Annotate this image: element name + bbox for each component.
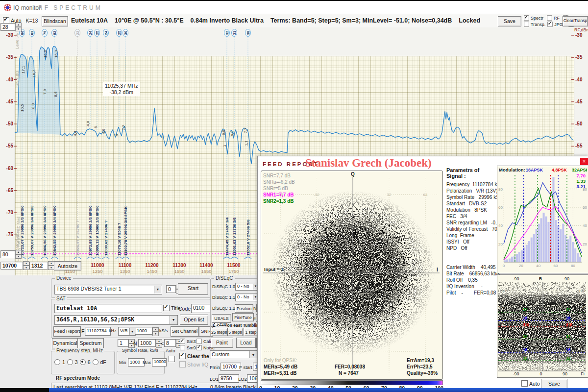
auto-sr-checkbox[interactable]: [169, 356, 175, 362]
close-icon[interactable]: ×: [580, 158, 588, 165]
n2-spinner[interactable]: 1000 ▲▼: [138, 339, 162, 347]
span-spinner[interactable]: 1312 ▲▼: [29, 261, 54, 270]
pol-dropdown-icon[interactable]: ▼: [129, 328, 135, 335]
scale-bottom-down-icon[interactable]: ▼: [15, 254, 22, 259]
usals-button[interactable]: USALS: [212, 314, 231, 323]
fmin-up-icon[interactable]: ▲: [23, 261, 29, 266]
scale-bottom-spinner[interactable]: 80 ▲▼: [0, 250, 22, 258]
steps25-button[interactable]: 25 steps: [211, 328, 227, 336]
sr-up-icon[interactable]: ▲: [152, 327, 159, 332]
load-button[interactable]: Load: [236, 338, 256, 348]
scale-top-down-icon[interactable]: ▼: [15, 27, 22, 31]
rf-checkbox[interactable]: [547, 15, 552, 20]
fmin-spinner[interactable]: 10700 ▲▼: [0, 261, 29, 270]
svg-text:7,70: 7,70: [577, 173, 586, 178]
noise-checkbox[interactable]: [196, 345, 201, 350]
sr-down-icon[interactable]: ▼: [152, 332, 159, 336]
sm3-checkbox[interactable]: [180, 339, 185, 343]
fmin-down-icon[interactable]: ▼: [23, 266, 29, 270]
start-button[interactable]: Start: [178, 283, 208, 295]
clearloop-checkbox[interactable]: [179, 353, 186, 359]
jpg-checkbox[interactable]: [547, 22, 552, 26]
params-block-1: Frequency 11102784 kHzPolarization V/R (…: [446, 181, 496, 251]
toolbar-locked: Locked: [459, 17, 480, 24]
auto-sr-label: Auto: [166, 348, 175, 353]
showiq-checkbox[interactable]: [179, 361, 186, 368]
svg-text:8,4: 8,4: [53, 91, 58, 97]
spectr-checkbox[interactable]: [524, 15, 529, 20]
diseqc10-value: 0 - No: [237, 284, 249, 289]
sm9-checkbox[interactable]: [180, 345, 185, 350]
svg-text:1,1: 1,1: [244, 140, 248, 146]
n1-spinner[interactable]: 1 ▲▼: [118, 339, 135, 347]
max-field[interactable]: 10000: [152, 358, 167, 367]
phase-chart-canvas: 1001008080606040402020323216164 84 83232…: [497, 275, 587, 376]
transp-checkbox[interactable]: [524, 22, 529, 26]
n2-value[interactable]: 1000: [138, 339, 156, 347]
fmin-value[interactable]: 10700: [0, 262, 23, 270]
transponder-label: 11552,8 V 27496 5/6: [246, 220, 250, 256]
diseqc10-select[interactable]: 0 - No ▼: [235, 283, 259, 291]
min-field[interactable]: 1000: [128, 358, 145, 367]
steps5-button[interactable]: 5 steps: [227, 328, 243, 336]
svg-text:-65: -65: [6, 188, 14, 193]
scale-top-spinner[interactable]: 28 ▲▼: [0, 23, 22, 31]
lo1-field[interactable]: 9750: [219, 374, 239, 383]
stepdf-radio[interactable]: [93, 359, 98, 365]
fer-value: FER=0,08038: [335, 364, 365, 369]
signal-param-line: ISSYI Off: [446, 239, 496, 245]
stepdf-label: dF: [100, 359, 106, 365]
tuner-select[interactable]: TBS 6908 DVBS/S2 Tuner 1 ▼: [54, 285, 162, 294]
feed-freq-field[interactable]: 11102784: [85, 327, 111, 336]
channel-select[interactable]: 3645,R,16130,56,S2;8PSK ▼: [54, 315, 178, 325]
lo1-label: LO1: [210, 376, 219, 382]
signal-param-line: Pilot - FER=0,08: [446, 290, 496, 296]
device-num-value[interactable]: 0: [166, 285, 176, 293]
calibr-checkbox[interactable]: [196, 339, 201, 343]
transponder-label: 10806,56 V 29996 3/4 8PSK: [43, 206, 47, 256]
n3-value[interactable]: 8: [164, 339, 176, 347]
save-spectrum-button[interactable]: Save: [498, 16, 521, 26]
sat-name-field[interactable]: Eutelsat 10A: [54, 304, 162, 313]
step3-radio[interactable]: [67, 359, 73, 365]
tuner-dropdown-icon[interactable]: ▼: [154, 286, 161, 294]
scale-top-up-icon[interactable]: ▲: [15, 23, 22, 27]
cleantransp-button[interactable]: CleanTransp: [563, 16, 588, 26]
params-block-2: Carrier Width 40,495 MHzBit Rate 66856,6…: [446, 264, 496, 296]
scale-bottom-value[interactable]: 80: [0, 250, 15, 258]
svg-text:32: 32: [566, 356, 571, 361]
step1-button[interactable]: 1 step: [244, 328, 258, 336]
setchannel-button[interactable]: Set Channel: [171, 326, 199, 337]
scale-top-value[interactable]: 28: [0, 23, 15, 31]
diseqc11-label: DiSEqC 1.1: [212, 295, 235, 300]
channel-dropdown-icon[interactable]: ▼: [170, 316, 177, 324]
svg-text:1650: 1650: [201, 269, 211, 274]
feedreport-button[interactable]: Feed Report: [53, 326, 81, 337]
code-field[interactable]: 0100: [191, 304, 211, 313]
fmin2-field[interactable]: 10700: [220, 363, 241, 371]
custom-dropdown-icon[interactable]: ▼: [249, 351, 257, 358]
svg-text:-90: -90: [513, 276, 519, 281]
pol-select[interactable]: V/R ▼: [118, 327, 136, 336]
transponder-label: 10723,07 V 29996 2/3 8PSK: [20, 206, 24, 256]
openlist-button[interactable]: Open list: [180, 315, 208, 325]
phase-auto-checkbox[interactable]: [521, 380, 528, 387]
custom-select[interactable]: Custom ▼: [210, 350, 258, 359]
autosize-button[interactable]: Autosize: [54, 261, 81, 270]
scale-bottom-up-icon[interactable]: ▲: [15, 250, 22, 254]
n1-value[interactable]: 1: [118, 339, 128, 347]
diseqc11-select[interactable]: 0 - No ▼: [235, 294, 259, 301]
step1-radio[interactable]: [54, 359, 60, 365]
blindscan-button[interactable]: Blindscan: [42, 16, 68, 26]
svg-text:32: 32: [566, 307, 571, 312]
sr-spinner[interactable]: 1000 ▲▼: [135, 327, 159, 335]
step6-radio[interactable]: [80, 359, 86, 365]
sr-value[interactable]: 1000: [135, 327, 152, 335]
app-root: { "titlebar": {"app": "IQ monitor", "tit…: [0, 0, 588, 392]
position-button[interactable]: Position: [235, 304, 253, 313]
finetune-button[interactable]: FineTune: [232, 313, 254, 321]
title-checkbox[interactable]: [163, 305, 170, 311]
paint-button[interactable]: Paint: [211, 338, 233, 348]
span-value[interactable]: 1312: [29, 262, 48, 270]
svg-text:-45: -45: [575, 99, 583, 104]
